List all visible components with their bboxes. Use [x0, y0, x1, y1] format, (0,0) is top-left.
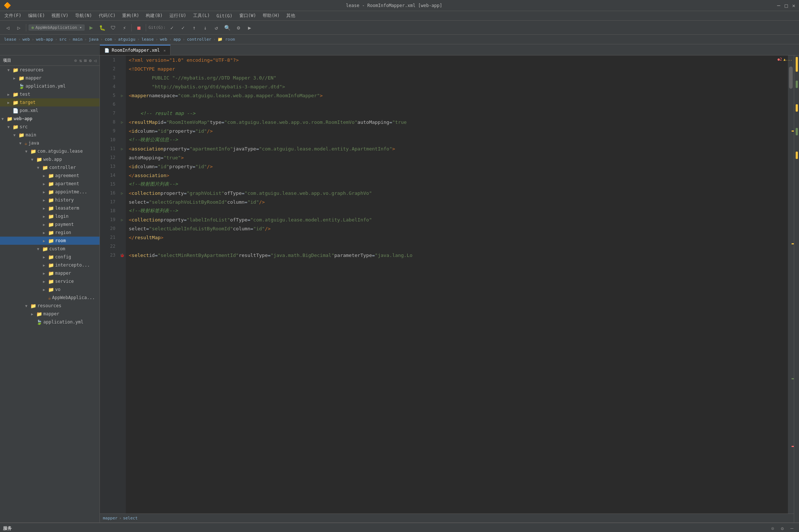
toolbar-back-btn[interactable]: ◁	[3, 23, 13, 33]
tree-item-webapp[interactable]: ▼ 📁 web-app	[0, 115, 100, 123]
menu-navigate[interactable]: 导航(N)	[72, 12, 95, 20]
gutter-11[interactable]: ▷	[118, 144, 126, 153]
editor-bc-select[interactable]: select	[123, 516, 138, 521]
tree-item-com-atguigu[interactable]: ▼ 📁 com.atguigu.lease	[0, 147, 100, 155]
profile-button[interactable]: ⚡	[119, 23, 129, 33]
bc-java[interactable]: java	[88, 37, 100, 42]
menu-build[interactable]: 构建(B)	[143, 12, 166, 20]
git-history-btn[interactable]: ↺	[212, 23, 221, 33]
tree-item-agreement[interactable]: ▶ 📁 agreement	[0, 172, 100, 180]
sidebar-settings-icon[interactable]: ⚙	[89, 58, 92, 63]
tree-item-mapper-pkg[interactable]: ▶ 📁 mapper	[0, 269, 100, 277]
tree-item-appyml2[interactable]: 🍃 application.yml	[0, 318, 100, 326]
menu-window[interactable]: 窗口(W)	[236, 12, 259, 20]
sidebar-actions[interactable]: ⊙ ⇅ ⊞ ⚙ ◁	[74, 58, 97, 63]
bc-app[interactable]: app	[172, 37, 182, 42]
tree-item-src[interactable]: ▼ 📁 src	[0, 123, 100, 131]
tree-item-pom[interactable]: 📄 pom.xml	[0, 106, 100, 115]
gutter-5[interactable]: ▷	[118, 91, 126, 100]
bc-room[interactable]: 📁 room	[216, 37, 236, 42]
tree-item-main[interactable]: ▼ 📁 main	[0, 131, 100, 139]
bc-web2[interactable]: web	[159, 37, 168, 42]
bc-com[interactable]: com	[104, 37, 113, 42]
tree-item-login[interactable]: ▶ 📁 login	[0, 212, 100, 220]
tree-item-apartment[interactable]: ▶ 📁 apartment	[0, 180, 100, 188]
tree-item-payment[interactable]: ▶ 📁 payment	[0, 220, 100, 228]
tree-item-region[interactable]: ▶ 📁 region	[0, 228, 100, 237]
bc-webapp[interactable]: web-app	[35, 37, 54, 42]
settings-btn[interactable]: ⚙	[234, 23, 243, 33]
editor-scrollbar[interactable]: ●2 ▲... ✓7 ∧ ∨	[788, 55, 794, 514]
tree-item-controller[interactable]: ▼ 📁 controller	[0, 163, 100, 172]
menu-edit[interactable]: 编辑(E)	[25, 12, 48, 20]
file-tab-roommapper[interactable]: 📄 RoomInfoMapper.xml ✕	[100, 45, 171, 55]
bc-lease[interactable]: lease	[3, 37, 17, 42]
tree-item-history[interactable]: ▶ 📁 history	[0, 196, 100, 204]
git-fetch-btn[interactable]: ↓	[200, 23, 210, 33]
menu-help[interactable]: 帮助(H)	[260, 12, 283, 20]
tree-item-custom[interactable]: ▼ 📁 custom	[0, 245, 100, 253]
tree-item-resources[interactable]: ▼ 📁 resources	[0, 66, 100, 74]
git-update-btn[interactable]: ↑	[189, 23, 199, 33]
gutter-19[interactable]: ▷	[118, 215, 126, 224]
menu-other[interactable]: 其他	[283, 12, 298, 20]
file-tab-close[interactable]: ✕	[163, 48, 166, 52]
gutter-8[interactable]: ▷	[118, 118, 126, 126]
code-area[interactable]: <?xml version="1.0" encoding="UTF-8"?> <…	[126, 55, 788, 514]
tree-item-target[interactable]: ▶ 📁 target	[0, 98, 100, 106]
stop-button[interactable]: ■	[134, 23, 144, 33]
gutter-16[interactable]: ▷	[118, 189, 126, 197]
bottom-config-btn[interactable]: ⚙	[778, 525, 786, 532]
editor-content[interactable]: 1 2 3 4 5 6 7 8 9 10 11 12 13 14 15 16 1…	[100, 55, 794, 514]
tree-item-appointme[interactable]: ▶ 📁 appointme...	[0, 188, 100, 196]
tree-item-intercepto[interactable]: ▶ 📁 intercepto...	[0, 261, 100, 269]
editor-bc-mapper[interactable]: mapper	[103, 516, 118, 521]
bc-src[interactable]: src	[58, 37, 68, 42]
menu-git[interactable]: Git(G)	[213, 13, 235, 19]
tree-item-web-app-pkg[interactable]: ▼ 📁 web.app	[0, 155, 100, 163]
bc-atguigu[interactable]: atguigu	[117, 37, 136, 42]
tree-item-service[interactable]: ▶ 📁 service	[0, 277, 100, 285]
git-push-btn[interactable]: ✓	[178, 23, 188, 33]
bc-controller[interactable]: controller	[186, 37, 212, 42]
tree-item-leasaterm[interactable]: ▶ 📁 leasaterm	[0, 204, 100, 212]
minimize-button[interactable]: ─	[777, 3, 780, 9]
tree-item-test[interactable]: ▶ 📁 test	[0, 90, 100, 98]
tree-item-appyml[interactable]: 🍃 application.yml	[0, 82, 100, 90]
tree-item-room[interactable]: ▶ 📁 room	[0, 237, 100, 245]
menu-view[interactable]: 视图(V)	[48, 12, 71, 20]
menu-code[interactable]: 代码(C)	[96, 12, 119, 20]
menu-run[interactable]: 运行(U)	[166, 12, 189, 20]
bottom-hide-btn[interactable]: ─	[788, 525, 796, 532]
toolbar-forward-btn[interactable]: ▷	[14, 23, 24, 33]
debug-button[interactable]: 🐛	[97, 23, 107, 33]
coverage-button[interactable]: 🛡	[108, 23, 118, 33]
run-config-selector[interactable]: ● AppWebApplication ▾	[28, 24, 85, 31]
tree-item-config[interactable]: ▶ 📁 config	[0, 253, 100, 261]
maximize-button[interactable]: □	[785, 3, 788, 9]
tree-item-mapper-res2[interactable]: ▶ 📁 mapper	[0, 310, 100, 318]
menu-file[interactable]: 文件(F)	[1, 12, 24, 20]
tree-item-vo[interactable]: ▶ 📁 vo	[0, 285, 100, 294]
run-button[interactable]: ▶	[86, 23, 96, 33]
window-controls[interactable]: ─ □ ✕	[777, 3, 795, 9]
bottom-settings-btn[interactable]: ⊙	[769, 525, 777, 532]
bc-main[interactable]: main	[72, 37, 84, 42]
sidebar-scope-icon[interactable]: ⊙	[74, 58, 77, 63]
bc-lease2[interactable]: lease	[140, 37, 155, 42]
tree-item-mapper-res[interactable]: ▶ 📁 mapper	[0, 74, 100, 82]
sidebar-hide-icon[interactable]: ◁	[94, 58, 97, 63]
gutter-23[interactable]: 🐞	[118, 251, 126, 260]
git-commit-btn[interactable]: ✓	[167, 23, 177, 33]
menu-tools[interactable]: 工具(L)	[190, 12, 213, 20]
more-btn[interactable]: ▶	[245, 23, 254, 33]
tree-item-java[interactable]: ▼ ☕ java	[0, 139, 100, 147]
sidebar-expand-icon[interactable]: ⊞	[84, 58, 87, 63]
tree-item-appwebapplica[interactable]: ☕ AppWebApplica...	[0, 294, 100, 302]
close-button[interactable]: ✕	[792, 3, 795, 9]
scroll-track[interactable]	[788, 63, 794, 514]
bc-web[interactable]: web	[21, 37, 31, 42]
menu-refactor[interactable]: 重构(R)	[119, 12, 142, 20]
sidebar-scroll-icon[interactable]: ⇅	[79, 58, 82, 63]
tree-item-resources2[interactable]: ▼ 📁 resources	[0, 302, 100, 310]
